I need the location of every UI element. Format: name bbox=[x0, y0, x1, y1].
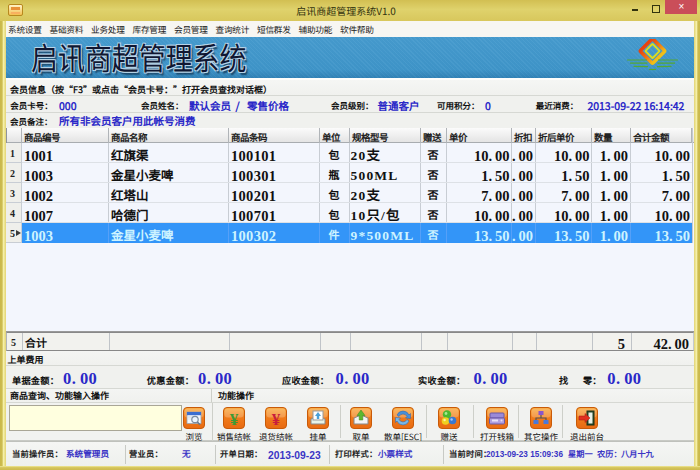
svg-text:¥: ¥ bbox=[272, 410, 281, 429]
svg-text:¥: ¥ bbox=[230, 410, 239, 429]
